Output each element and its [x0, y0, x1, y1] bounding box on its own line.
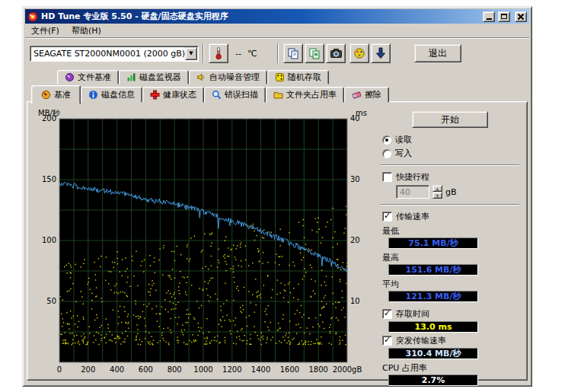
tab-folder-usage[interactable]: 文件夹占用率: [266, 87, 344, 103]
svg-text:20: 20: [350, 236, 360, 244]
menu-file[interactable]: 文件(F): [25, 24, 65, 38]
tab-row-secondary: 文件基准 磁盘监视器 自动噪音管理: [57, 69, 329, 84]
read-mode-row: 读取: [382, 134, 521, 145]
menu-help[interactable]: 帮助(H): [65, 24, 107, 38]
thermometer-icon: [212, 46, 225, 60]
svg-text:1800: 1800: [308, 365, 327, 374]
color-options-button[interactable]: [349, 43, 369, 63]
short-stroke-size-input[interactable]: 40: [396, 185, 429, 199]
spin-up-icon[interactable]: ▲: [432, 185, 442, 192]
svg-text:1600: 1600: [280, 365, 299, 374]
app-icon: [27, 11, 38, 22]
copy-text-button[interactable]: [283, 43, 303, 63]
down-arrow-icon: [375, 47, 386, 59]
write-radio-label: 写入: [395, 148, 412, 159]
svg-text:600: 600: [139, 365, 153, 374]
burst-rate-row: 突发传输速率: [382, 335, 521, 346]
access-time-checkbox[interactable]: [382, 309, 392, 319]
avg-label: 平均: [382, 279, 521, 290]
tab-random-access[interactable]: 随机存取: [267, 70, 329, 84]
info-icon: [88, 90, 98, 100]
min-value: 75.1 MB/秒: [388, 237, 478, 249]
short-stroke-size-row: 40 ▲ ▼ gB: [396, 185, 521, 199]
titlebar: HD Tune 专业版 5.50 - 硬盘/固态硬盘实用程序: [25, 9, 529, 24]
maximize-icon: [501, 14, 507, 19]
tab-file-benchmark[interactable]: 文件基准: [57, 70, 119, 84]
screenshot-button[interactable]: [326, 43, 346, 63]
max-value: 151.6 MB/秒: [388, 264, 478, 276]
svg-text:1000: 1000: [193, 365, 212, 374]
svg-text:50: 50: [46, 297, 56, 305]
spin-down-icon[interactable]: ▼: [432, 192, 442, 199]
svg-text:1200: 1200: [222, 365, 241, 374]
min-label: 最低: [382, 225, 521, 237]
tab-strip: 文件基准 磁盘监视器 自动噪音管理: [25, 69, 529, 103]
benchmark-chart-svg: MB/秒ms5010015020010203040020040060080010…: [37, 108, 369, 376]
short-stroke-label: 快捷行程: [396, 171, 429, 183]
tab-error-scan[interactable]: 错误扫描: [204, 87, 266, 103]
close-button[interactable]: [515, 11, 527, 22]
svg-text:100: 100: [42, 236, 56, 244]
svg-text:40: 40: [350, 114, 360, 123]
cpu-usage-value: 2.7%: [388, 374, 478, 386]
copy-image-icon: [308, 47, 321, 59]
exit-button[interactable]: 退出: [414, 44, 461, 62]
benchmark-icon: [41, 90, 51, 100]
tab-disk-info[interactable]: 磁盘信息: [81, 87, 142, 103]
copy-image-button[interactable]: [305, 43, 324, 63]
access-time-value: 13.0 ms: [388, 321, 478, 333]
toolbar: SEAGATE ST2000NM0001 (2000 gB) ▼ -- ℃: [25, 39, 529, 68]
chevron-down-icon[interactable]: ▼: [185, 47, 197, 60]
temperature-unit: ℃: [247, 49, 257, 59]
short-stroke-checkbox[interactable]: [382, 172, 392, 182]
short-stroke-unit: gB: [445, 187, 457, 197]
random-access-dice-icon: [275, 72, 285, 82]
minimize-icon: [487, 18, 492, 20]
tab-erase[interactable]: 擦除: [344, 87, 389, 103]
benchmark-chart: MB/秒ms5010015020010203040020040060080010…: [37, 108, 369, 376]
access-time-row: 存取时间: [382, 308, 521, 320]
read-radio[interactable]: [382, 135, 391, 145]
file-benchmark-icon: [65, 72, 75, 82]
palette-icon: [353, 47, 365, 59]
temperature-value: --: [235, 49, 241, 59]
save-results-button[interactable]: [371, 43, 391, 63]
write-radio[interactable]: [382, 149, 391, 158]
drive-select-value: SEAGATE ST2000NM0001 (2000 gB): [30, 49, 185, 59]
tab-disk-monitor[interactable]: 磁盘监视器: [119, 70, 189, 84]
tab-aam[interactable]: 自动噪音管理: [189, 70, 267, 84]
cpu-usage-label: CPU 占用率: [382, 362, 521, 374]
toolbar-separator: [203, 43, 204, 63]
app-window: HD Tune 专业版 5.50 - 硬盘/固态硬盘实用程序 文件(F) 帮助(…: [22, 6, 532, 387]
temperature-button[interactable]: [209, 43, 228, 63]
menu-bar: 文件(F) 帮助(H): [25, 24, 529, 38]
aam-speaker-icon: [196, 72, 206, 82]
burst-rate-checkbox[interactable]: [382, 336, 392, 346]
folder-icon: [273, 90, 283, 100]
svg-text:10: 10: [350, 297, 360, 305]
maximize-button[interactable]: [498, 11, 510, 22]
tab-benchmark[interactable]: 基准: [31, 85, 81, 104]
burst-rate-label: 突发传输速率: [396, 335, 446, 346]
svg-text:400: 400: [110, 365, 124, 374]
tab-row-primary: 基准 磁盘信息 健康状态: [31, 84, 389, 103]
temperature-display: -- ℃: [229, 46, 273, 61]
separator: [381, 164, 519, 166]
transfer-rate-row: 传输速率: [382, 211, 521, 222]
health-cross-icon: [150, 90, 160, 100]
camera-icon: [330, 47, 343, 59]
avg-value: 121.3 MB/秒: [388, 291, 478, 302]
svg-text:800: 800: [168, 365, 182, 374]
drive-select[interactable]: SEAGATE ST2000NM0001 (2000 gB) ▼: [30, 46, 199, 62]
transfer-rate-checkbox[interactable]: [382, 212, 392, 221]
access-time-label: 存取时间: [396, 308, 429, 320]
svg-text:0: 0: [57, 365, 62, 374]
start-button[interactable]: 开始: [412, 111, 488, 128]
svg-text:150: 150: [42, 175, 56, 183]
max-label: 最高: [382, 252, 521, 263]
transfer-rate-label: 传输速率: [396, 211, 429, 222]
tab-health[interactable]: 健康状态: [142, 87, 204, 103]
svg-text:200: 200: [42, 114, 56, 123]
minimize-button[interactable]: [483, 11, 495, 22]
short-stroke-stepper: ▲ ▼: [432, 185, 442, 199]
